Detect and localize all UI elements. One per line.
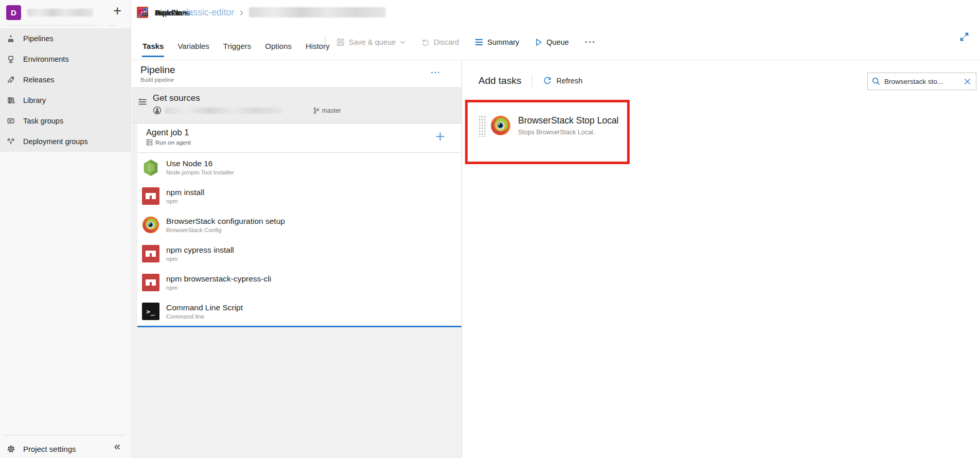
discard-button[interactable]: Discard [421, 38, 459, 46]
org-name-redacted [27, 9, 93, 16]
org-header: D + [0, 0, 131, 25]
divider [6, 25, 98, 26]
npm-icon [142, 187, 159, 205]
main-area: ··· › classic-editor › Tasks Variables T… [132, 0, 980, 458]
collapse-sidebar-icon[interactable]: « [114, 440, 120, 453]
task-row-npm-install[interactable]: npm install npm [137, 182, 461, 210]
divider [107, 25, 116, 26]
sidebar-group-pipelines: Pipelines Pipelines Environments Release… [0, 28, 131, 152]
tab-variables[interactable]: Variables [177, 42, 209, 50]
npm-icon [142, 274, 159, 291]
clear-search-icon[interactable] [963, 77, 972, 86]
sidebar: D + Overview Boards Repos [0, 0, 131, 458]
agent-job-title: Agent job 1 [146, 128, 461, 137]
divider [4, 435, 126, 435]
drag-handle[interactable] [478, 115, 486, 137]
git-branch-icon [313, 107, 319, 114]
search-input[interactable] [884, 78, 963, 85]
sidebar-item-releases[interactable]: Releases [0, 69, 131, 90]
project-settings-button[interactable]: Project settings [0, 438, 131, 458]
agent-job-subtitle: Run on agent [146, 139, 461, 146]
pipeline-editor-panel: Pipeline Build pipeline ··· Get sources … [132, 61, 462, 458]
add-tasks-panel: Add tasks Refresh Brow [462, 61, 980, 458]
tab-triggers[interactable]: Triggers [223, 42, 251, 50]
sidebar-item-library[interactable]: Library [0, 90, 131, 111]
refresh-icon [543, 77, 551, 85]
play-icon [535, 38, 542, 46]
breadcrumb-ellipsis[interactable]: ··· [156, 7, 167, 17]
breadcrumb: ··· › classic-editor › [132, 0, 980, 25]
pipeline-subtitle: Build pipeline [140, 77, 453, 83]
branch-indicator: master [313, 107, 341, 114]
divider [532, 75, 532, 87]
pipeline-more-icon[interactable]: ··· [431, 68, 441, 77]
browserstack-icon [490, 115, 511, 138]
result-description: Stops BrowserStack Local. [518, 129, 619, 136]
npm-icon [142, 245, 159, 262]
summary-list-icon [475, 39, 483, 46]
task-row-npm-cypress-install[interactable]: npm cypress install npm [137, 239, 461, 268]
browserstack-icon [142, 216, 159, 234]
sources-sliders-icon [138, 97, 147, 109]
drop-insertion-indicator [137, 326, 461, 327]
fullscreen-expand-icon[interactable] [960, 32, 969, 43]
tab-options[interactable]: Options [265, 42, 292, 50]
deployment-groups-icon [5, 137, 17, 146]
releases-rocket-icon [5, 76, 17, 84]
agent-job-section: Agent job 1 Run on agent + Use Node 16 N… [137, 124, 461, 327]
task-row-use-node[interactable]: Use Node 16 Node.js/npm Tool Installer [137, 153, 461, 182]
queue-button[interactable]: Queue [535, 38, 569, 46]
task-search-box [867, 73, 976, 90]
task-row-browserstack-config[interactable]: BrowserStack configuration setup Browser… [137, 210, 461, 239]
breadcrumb-project-link[interactable]: classic-editor [182, 7, 234, 18]
divider [325, 36, 326, 49]
save-icon [336, 38, 345, 46]
refresh-button[interactable]: Refresh [543, 77, 582, 85]
repo-name-redacted [165, 108, 282, 114]
save-and-queue-button[interactable]: Save & queue [336, 38, 405, 46]
add-organization-icon[interactable]: + [113, 3, 121, 19]
summary-button[interactable]: Summary [475, 38, 519, 46]
github-icon [153, 106, 162, 115]
tab-tasks[interactable]: Tasks [142, 42, 164, 50]
sidebar-item-deployment-groups[interactable]: Deployment groups [0, 131, 131, 152]
pipeline-building-icon [5, 34, 17, 43]
task-result-browserstack-stop-local[interactable]: BrowserStack Stop Local Stops BrowserSta… [465, 100, 630, 164]
tab-bar: Tasks Variables Triggers Options History… [132, 25, 980, 60]
environments-icon [5, 55, 17, 63]
command-bar: Save & queue Discard Summary [325, 25, 596, 60]
undo-icon [421, 38, 430, 46]
chevron-right-icon: › [172, 6, 176, 18]
add-tasks-title: Add tasks [478, 75, 521, 86]
task-row-npm-browserstack-cypress-cli[interactable]: npm browserstack-cypress-cli npm [137, 268, 461, 297]
gear-icon [5, 445, 17, 453]
search-icon [872, 77, 880, 85]
sidebar-item-pipelines-sub[interactable]: Pipelines [0, 28, 131, 49]
sidebar-item-environments[interactable]: Environments [0, 49, 131, 69]
task-groups-icon [5, 117, 17, 125]
breadcrumb-pipeline-name-redacted [249, 7, 386, 17]
nodejs-icon [142, 158, 159, 176]
add-task-plus-icon[interactable]: + [435, 127, 445, 146]
more-actions-icon[interactable]: ··· [585, 38, 596, 47]
command-line-icon: >_ [142, 303, 159, 320]
sidebar-item-task-groups[interactable]: Task groups [0, 111, 131, 131]
get-sources-title: Get sources [153, 93, 461, 103]
server-icon [146, 139, 153, 146]
sidebar-nav: Overview Boards Repos Pipelines [0, 25, 131, 152]
task-row-command-line-script[interactable]: >_ Command Line Script Command line [137, 297, 461, 326]
chevron-right-icon: › [240, 6, 243, 18]
agent-job-row[interactable]: Agent job 1 Run on agent + [137, 124, 461, 153]
library-books-icon [5, 96, 17, 104]
pipeline-building-icon [140, 8, 150, 17]
get-sources-repo: master [153, 106, 461, 115]
pipeline-header[interactable]: Pipeline Build pipeline ··· [132, 61, 461, 87]
get-sources-row[interactable]: Get sources master [132, 87, 461, 124]
pipeline-title: Pipeline [140, 64, 453, 76]
result-title: BrowserStack Stop Local [518, 115, 619, 126]
org-avatar[interactable]: D [6, 5, 21, 20]
chevron-down-icon [400, 40, 405, 44]
